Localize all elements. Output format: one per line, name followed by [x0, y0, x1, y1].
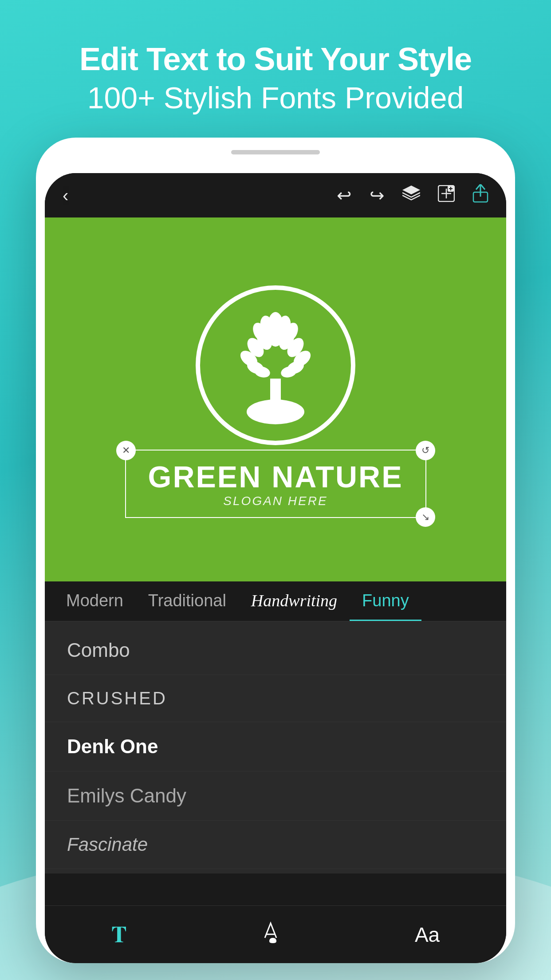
page-title: Edit Text to Suit Your Style	[0, 40, 551, 78]
font-panel: Modern Traditional Handwriting Funny Com…	[45, 581, 506, 873]
phone-mockup: ‹ ↩ ↪	[35, 138, 516, 980]
phone-screen: ‹ ↩ ↪	[45, 173, 506, 963]
tab-funny[interactable]: Funny	[350, 581, 421, 621]
font-item-fascinate[interactable]: Fascinate	[45, 821, 506, 869]
font-item-combo[interactable]: Combo	[45, 626, 506, 675]
fill-icon	[260, 921, 282, 948]
font-icon: Aa	[415, 923, 440, 947]
text-selection-box[interactable]: ✕ ↺ ↘ GREEN NATURE SLOGAN HERE	[125, 450, 426, 518]
tab-handwriting[interactable]: Handwriting	[239, 581, 350, 621]
font-item-crushed[interactable]: CRUSHED	[45, 675, 506, 722]
share-button[interactable]	[472, 184, 488, 207]
font-tabs: Modern Traditional Handwriting Funny	[45, 581, 506, 621]
page-subtitle: 100+ Stylish Fonts Provided	[0, 78, 551, 117]
layers-button[interactable]	[402, 186, 420, 205]
back-button[interactable]: ‹	[63, 186, 68, 205]
phone-notch	[231, 150, 320, 154]
design-canvas[interactable]: ✕ ↺ ↘ GREEN NATURE SLOGAN HERE	[45, 217, 506, 581]
undo-button[interactable]: ↩	[337, 185, 352, 205]
add-button[interactable]	[438, 185, 455, 206]
redo-button[interactable]: ↪	[370, 185, 385, 205]
svg-rect-9	[270, 379, 281, 410]
phone-shell: ‹ ↩ ↪	[36, 138, 515, 963]
corner-rotate[interactable]: ↺	[416, 441, 435, 460]
brand-name-text: GREEN NATURE	[148, 459, 403, 494]
tree-logo	[191, 281, 360, 450]
bottom-toolbar: 𝐓 Aa	[45, 905, 506, 963]
slogan-text: SLOGAN HERE	[148, 494, 403, 508]
top-toolbar: ‹ ↩ ↪	[45, 173, 506, 217]
font-tool-button[interactable]: Aa	[415, 923, 440, 947]
tab-modern[interactable]: Modern	[54, 581, 136, 621]
text-tool-button[interactable]: 𝐓	[111, 921, 127, 948]
text-icon: 𝐓	[111, 921, 127, 948]
svg-point-21	[268, 312, 283, 334]
corner-resize[interactable]: ↘	[416, 507, 435, 527]
fill-tool-button[interactable]	[260, 921, 282, 948]
font-item-emilycandy[interactable]: Emilys Candy	[45, 771, 506, 821]
font-list: Combo CRUSHED Denk One Emilys Candy Fasc…	[45, 621, 506, 873]
tab-traditional[interactable]: Traditional	[136, 581, 239, 621]
corner-delete[interactable]: ✕	[116, 441, 136, 460]
font-item-denkone[interactable]: Denk One	[45, 722, 506, 771]
